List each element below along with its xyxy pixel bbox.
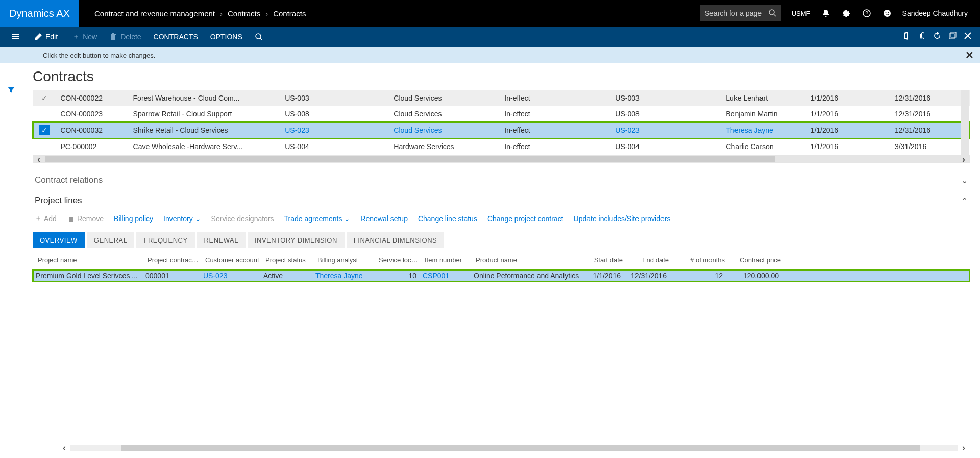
col-product-name[interactable]: Product name [473,254,590,266]
tab-overview[interactable]: OVERVIEW [33,232,85,248]
smiley-icon[interactable] [882,8,892,18]
col-end-date[interactable]: End date [626,254,672,266]
cell-service[interactable]: Cloud Services [389,106,500,122]
office-icon[interactable] [902,32,911,42]
cell-account[interactable]: US-003 [281,90,389,106]
app-logo[interactable]: Dynamics AX [0,0,79,27]
cell-end[interactable]: 12/31/2016 [891,122,970,139]
cell-account[interactable]: US-004 [281,139,389,154]
col-project-status[interactable]: Project status [262,254,314,266]
cell-loc[interactable]: US-003 [611,90,722,106]
refresh-icon[interactable] [933,32,941,42]
cell-loc-link[interactable]: US-023 [611,122,722,139]
scroll-right-icon[interactable]: › [958,443,970,453]
cell-start-date[interactable]: 1/1/2016 [588,270,624,282]
col-months[interactable]: # of months [672,254,728,266]
cell-id[interactable]: CON-000022 [56,90,129,106]
cell-status[interactable]: In-effect [500,106,611,122]
cell-project-status[interactable]: Active [260,270,312,282]
cell-item-number-link[interactable]: CSP001 [420,270,471,282]
cell-start[interactable]: 1/1/2016 [806,90,891,106]
trade-agreements-dropdown[interactable]: Trade agreements ⌄ [284,214,351,223]
cell-status[interactable]: In-effect [500,122,611,139]
cell-product-name[interactable]: Online Peformance and Analytics [471,270,588,282]
tab-inventory-dimension[interactable]: INVENTORY DIMENSION [248,232,345,248]
table-row[interactable]: ✓ CON-000022 Forest Warehouse - Cloud Co… [33,90,970,106]
cell-start[interactable]: 1/1/2016 [806,106,891,122]
scroll-left-icon[interactable]: ‹ [33,154,45,165]
cell-end[interactable]: 3/31/2016 [891,139,970,154]
company-label[interactable]: USMF [792,10,811,17]
filter-icon[interactable] [7,86,15,96]
add-button[interactable]: ＋Add [35,214,57,223]
contracts-tab[interactable]: CONTRACTS [148,27,204,47]
cell-id[interactable]: CON-000032 [56,122,129,139]
close-icon[interactable]: ✕ [965,49,974,61]
search-icon[interactable] [768,9,776,18]
help-icon[interactable]: ? [862,8,872,18]
cell-loc[interactable]: US-008 [611,106,722,122]
cell-owner[interactable]: Benjamin Martin [722,106,806,122]
cell-start[interactable]: 1/1/2016 [806,122,891,139]
breadcrumb-item-1[interactable]: Contracts [228,9,260,18]
cell-name[interactable]: Cave Wholesale -Hardware Serv... [129,139,281,154]
table-row[interactable]: PC-000002 Cave Wholesale -Hardware Serv.… [33,139,970,154]
cell-account[interactable]: US-008 [281,106,389,122]
tab-frequency[interactable]: FREQUENCY [136,232,194,248]
cell-owner-link[interactable]: Theresa Jayne [722,122,806,139]
cell-start[interactable]: 1/1/2016 [806,139,891,154]
user-name[interactable]: Sandeep Chaudhury [902,9,968,17]
hamburger-menu-button[interactable] [5,27,26,47]
col-start-date[interactable]: Start date [590,254,626,266]
vertical-scrollbar[interactable] [961,90,969,156]
cell-account-link[interactable]: US-023 [281,122,389,139]
cell-name[interactable]: Shrike Retail - Cloud Services [129,122,281,139]
cell-id[interactable]: PC-000002 [56,139,129,154]
cell-contract-price[interactable]: 120,000.00 [726,270,782,282]
cell-service-link[interactable]: Cloud Services [389,122,500,139]
service-designators-link[interactable]: Service designators [211,214,274,223]
col-project-name[interactable]: Project name [35,254,144,266]
cell-service-location[interactable]: 10 [374,270,420,282]
col-service-location[interactable]: Service locati... [376,254,422,266]
paperclip-icon[interactable] [918,32,926,42]
cell-name[interactable]: Sparrow Retail - Cloud Support [129,106,281,122]
cell-loc[interactable]: US-004 [611,139,722,154]
search-input[interactable]: Search for a page [700,5,781,21]
col-billing-analyst[interactable]: Billing analyst [314,254,376,266]
tab-financial-dimensions[interactable]: FINANCIAL DIMENSIONS [347,232,444,248]
change-line-status-link[interactable]: Change line status [418,214,477,223]
col-customer-account[interactable]: Customer account [202,254,262,266]
remove-button[interactable]: Remove [67,214,104,223]
cell-owner[interactable]: Charlie Carson [722,139,806,154]
cell-project-contract-id[interactable]: 000001 [142,270,200,282]
cell-end-date[interactable]: 12/31/2016 [624,270,670,282]
options-tab[interactable]: OPTIONS [204,27,249,47]
new-button[interactable]: ＋ New [66,27,103,47]
section-contract-relations[interactable]: Contract relations ⌄ [33,170,970,190]
renewal-setup-link[interactable]: Renewal setup [360,214,408,223]
popout-icon[interactable] [948,32,957,42]
breadcrumb-item-2[interactable]: Contracts [273,9,306,18]
cell-project-name[interactable]: Premium Gold Level Serivces ... [33,270,142,282]
cell-billing-analyst-link[interactable]: Theresa Jayne [312,270,374,282]
breadcrumb-item-0[interactable]: Contract and revenue management [94,9,215,18]
check-icon[interactable]: ✓ [39,125,50,135]
cell-end[interactable]: 12/31/2016 [891,106,970,122]
cell-end[interactable]: 12/31/2016 [891,90,970,106]
change-project-contract-link[interactable]: Change project contract [487,214,564,223]
section-project-lines[interactable]: Project lines ⌃ [33,190,970,211]
cell-months[interactable]: 12 [670,270,726,282]
col-project-contract-id[interactable]: Project contract ID [144,254,202,266]
tab-general[interactable]: GENERAL [87,232,135,248]
cell-status[interactable]: In-effect [500,90,611,106]
col-contract-price[interactable]: Contract price [728,254,784,266]
find-button[interactable] [249,27,269,47]
cell-owner[interactable]: Luke Lenhart [722,90,806,106]
table-row[interactable]: CON-000023 Sparrow Retail - Cloud Suppor… [33,106,970,122]
chevron-up-icon[interactable]: ⌃ [961,196,968,206]
tab-renewal[interactable]: RENEWAL [197,232,246,248]
cell-service[interactable]: Cloud Services [389,90,500,106]
close-icon[interactable] [964,32,972,42]
cell-status[interactable]: In-effect [500,139,611,154]
